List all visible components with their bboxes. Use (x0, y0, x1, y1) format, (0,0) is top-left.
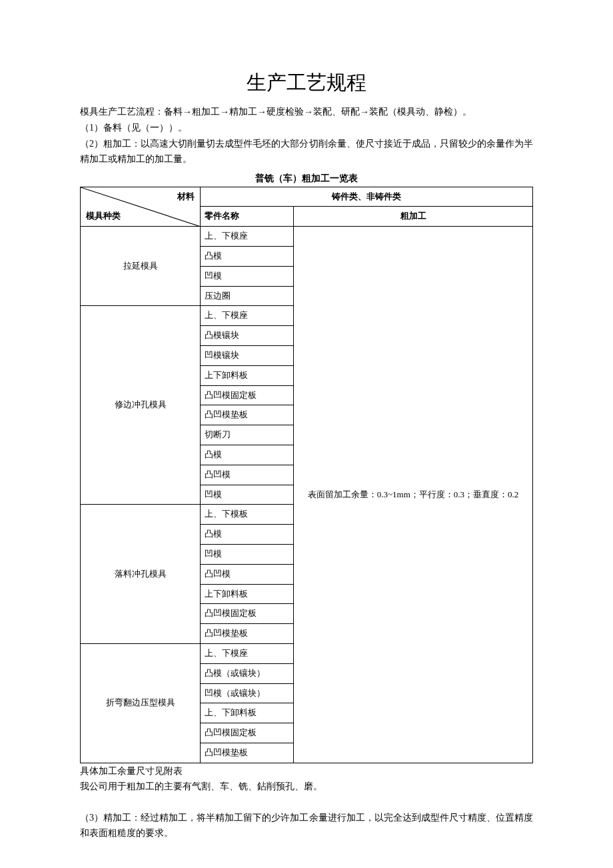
part-cell: 凸凹模垫板 (201, 743, 294, 763)
diag-bottom-label: 模具种类 (86, 209, 121, 223)
part-cell: 凹模（或镶块） (201, 683, 294, 703)
group-name: 修边冲孔模具 (81, 306, 201, 505)
part-cell: 凸凹模 (201, 564, 294, 584)
part-cell: 上、下模座 (201, 306, 294, 326)
para-flow: 模具生产工艺流程：备料→粗加工→精加工→硬度检验→装配、研配→装配（模具动、静检… (80, 104, 533, 120)
part-cell: 凸模（或镶块） (201, 663, 294, 683)
part-cell: 凸模 (201, 246, 294, 266)
part-cell: 凸凹模固定板 (201, 385, 294, 405)
part-cell: 凸模 (201, 445, 294, 465)
group-name: 折弯翻边压型模具 (81, 643, 201, 763)
part-cell: 凹模 (201, 485, 294, 505)
part-name-header: 零件名称 (201, 207, 294, 227)
table-caption: 普铣（车）粗加工一览表 (80, 171, 533, 186)
part-cell: 上下卸料板 (201, 584, 294, 604)
diag-header: 材料 模具种类 (81, 187, 201, 227)
rough-header: 粗加工 (294, 207, 533, 227)
machining-table: 材料 模具种类 铸件类、非铸件类 零件名称 粗加工 拉延模具 上、下模座 表面留… (80, 187, 533, 763)
para-step2: （2）粗加工：以高速大切削量切去成型件毛坯的大部分切削余量、使尺寸接近于成品，只… (80, 136, 533, 168)
part-cell: 上、下模座 (201, 227, 294, 247)
part-cell: 凸模镶块 (201, 326, 294, 346)
part-cell: 凹模 (201, 266, 294, 286)
para-step3: （3）精加工：经过精加工，将半精加工留下的少许加工余量进行加工，以完全达到成型件… (80, 810, 533, 842)
para-methods: 我公司用于粗加工的主要有气割、车、铣、鉆削预孔、磨。 (80, 779, 533, 795)
part-cell: 上下卸料板 (201, 365, 294, 385)
machining-spec: 表面留加工余量：0.3~1mm；平行度：0.3；垂直度：0.2 (294, 227, 533, 763)
part-cell: 上、下模座 (201, 643, 294, 663)
part-cell: 切断刀 (201, 425, 294, 445)
material-group-header: 铸件类、非铸件类 (201, 187, 533, 207)
part-cell: 上、下卸料板 (201, 703, 294, 723)
table-row: 拉延模具 上、下模座 表面留加工余量：0.3~1mm；平行度：0.3；垂直度：0… (81, 227, 533, 247)
group-name: 拉延模具 (81, 227, 201, 306)
table-header-row-1: 材料 模具种类 铸件类、非铸件类 (81, 187, 533, 207)
part-cell: 压边圈 (201, 286, 294, 306)
part-cell: 凸凹模垫板 (201, 405, 294, 425)
para-appendix: 具体加工余量尺寸见附表 (80, 763, 533, 779)
diag-top-label: 材料 (177, 190, 195, 204)
para-step1: （1）备料（见（一））。 (80, 120, 533, 136)
page-title: 生产工艺规程 (80, 67, 533, 99)
part-cell: 凹模镶块 (201, 345, 294, 365)
part-cell: 凸模 (201, 525, 294, 545)
part-cell: 凸凹模固定板 (201, 723, 294, 743)
part-cell: 上、下模板 (201, 505, 294, 525)
part-cell: 凸凹模垫板 (201, 624, 294, 644)
part-cell: 凸凹模 (201, 465, 294, 485)
group-name: 落料冲孔模具 (81, 505, 201, 644)
part-cell: 凹模 (201, 544, 294, 564)
part-cell: 凸凹模固定板 (201, 604, 294, 624)
